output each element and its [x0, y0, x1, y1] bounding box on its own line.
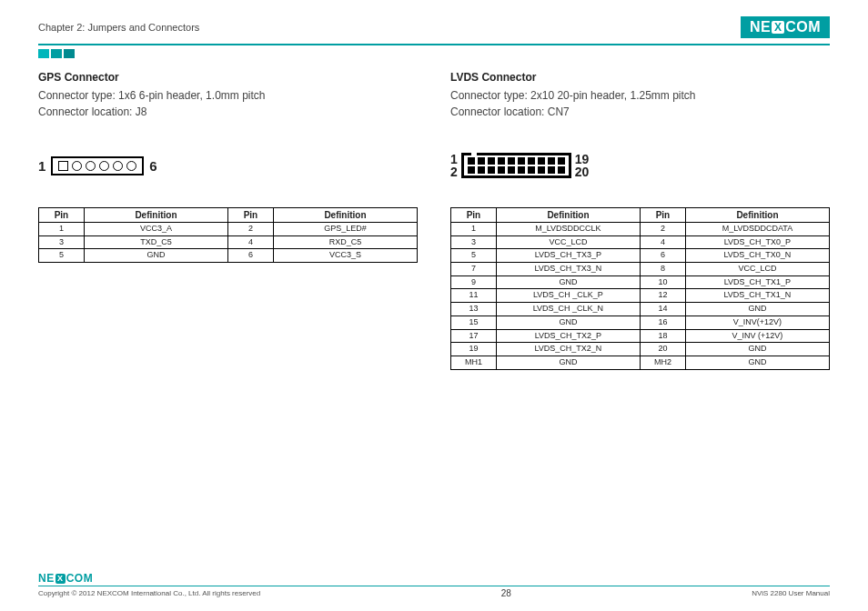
gps-connector-icon [51, 156, 144, 175]
table-row: 1VCC3_A2GPS_LED# [39, 223, 418, 236]
page-footer: NEXCOM Copyright © 2012 NEXCOM Internati… [38, 572, 830, 598]
gps-diagram: 1 6 [38, 144, 418, 187]
table-row: 9GND10LVDS_CH_TX1_P [451, 275, 830, 289]
gps-location: Connector location: J8 [38, 104, 418, 120]
table-row: MH1GNDMH2GND [451, 356, 830, 369]
lvds-type: Connector type: 2x10 20-pin header, 1.25… [450, 87, 830, 104]
footer-logo: NEXCOM [38, 572, 830, 585]
page-header: Chapter 2: Jumpers and Connectors NEXCOM [38, 16, 830, 38]
gps-type: Connector type: 1x6 6-pin header, 1.0mm … [38, 87, 418, 104]
lvds-pin-table: Pin Definition Pin Definition 1M_LVDSDDC… [450, 207, 830, 370]
gps-table-header: Pin Definition Pin Definition [39, 208, 418, 223]
table-row: 13LVDS_CH _CLK_N14GND [451, 303, 830, 316]
table-row: 11LVDS_CH _CLK_P12LVDS_CH_TX1_N [451, 289, 830, 303]
chapter-title: Chapter 2: Jumpers and Connectors [38, 22, 199, 33]
table-row: 15GND16V_INV(+12V) [451, 316, 830, 329]
lvds-location: Connector location: CN7 [450, 104, 830, 120]
header-divider [38, 44, 830, 45]
lvds-connector-icon [461, 153, 571, 178]
gps-pin-table: Pin Definition Pin Definition 1VCC3_A2GP… [38, 207, 418, 263]
lvds-table-header: Pin Definition Pin Definition [451, 208, 830, 223]
color-bar-icon [38, 49, 830, 58]
gps-pin1-label: 1 [38, 158, 45, 174]
copyright-text: Copyright © 2012 NEXCOM International Co… [38, 589, 260, 597]
manual-name: NViS 2280 User Manual [752, 589, 830, 597]
table-row: 3TXD_C54RXD_C5 [39, 235, 418, 249]
gps-title: GPS Connector [38, 71, 418, 84]
content-columns: GPS Connector Connector type: 1x6 6-pin … [38, 71, 830, 370]
table-row: 19LVDS_CH_TX2_N20GND [451, 343, 830, 356]
gps-section: GPS Connector Connector type: 1x6 6-pin … [38, 71, 418, 370]
lvds-section: LVDS Connector Connector type: 2x10 20-p… [450, 71, 830, 370]
lvds-diagram: 1 2 19 20 [450, 144, 830, 187]
table-row: 1M_LVDSDDCCLK2M_LVDSDDCDATA [451, 223, 830, 236]
table-row: 5GND6VCC3_S [39, 249, 418, 263]
table-row: 5LVDS_CH_TX3_P6LVDS_CH_TX0_N [451, 249, 830, 263]
gps-pin6-label: 6 [149, 158, 156, 174]
footer-logo-x-icon: X [56, 574, 66, 584]
lvds-right-labels: 19 20 [575, 153, 590, 178]
table-row: 7LVDS_CH_TX3_N8VCC_LCD [451, 263, 830, 276]
footer-divider [38, 586, 830, 586]
logo-x-icon: X [772, 21, 784, 34]
nexcom-logo: NEXCOM [741, 16, 830, 38]
page-number: 28 [501, 588, 511, 598]
table-row: 17LVDS_CH_TX2_P18V_INV (+12V) [451, 329, 830, 343]
table-row: 3VCC_LCD4LVDS_CH_TX0_P [451, 235, 830, 249]
lvds-title: LVDS Connector [450, 71, 830, 84]
lvds-left-labels: 1 2 [450, 153, 458, 178]
